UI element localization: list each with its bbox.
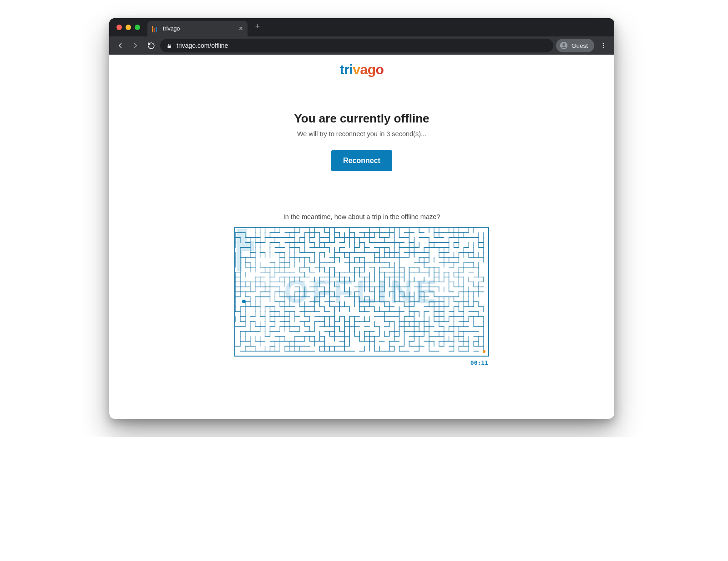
tab-title: trivago [163, 26, 235, 32]
maze-start-marker [242, 300, 246, 303]
meanwhile-text: In the meantime, how about a trip in the… [283, 213, 440, 220]
reconnect-button[interactable]: Reconnect [331, 150, 392, 171]
profile-label: Guest [571, 42, 588, 49]
forward-button[interactable] [129, 39, 142, 52]
svg-point-2 [603, 43, 604, 44]
offline-maze[interactable]: OFFLINE [234, 227, 489, 357]
close-window-button[interactable] [116, 25, 122, 30]
browser-toolbar: trivago.com/offline Guest [109, 36, 614, 55]
maze-timer: 00:11 [234, 359, 489, 366]
offline-content: You are currently offline We will try to… [109, 84, 614, 384]
page-content: trivago You are currently offline We wil… [109, 55, 614, 419]
maze-container: OFFLINE 00:11 [234, 227, 489, 366]
browser-chrome: trivago × + trivago.com/offline [109, 18, 614, 55]
maximize-window-button[interactable] [135, 25, 140, 30]
svg-point-4 [603, 47, 604, 48]
lock-icon [167, 43, 172, 48]
address-bar[interactable]: trivago.com/offline [160, 39, 553, 52]
minimize-window-button[interactable] [126, 25, 131, 30]
maze-end-marker [483, 350, 485, 353]
new-tab-button[interactable]: + [251, 20, 264, 33]
offline-heading: You are currently offline [294, 112, 429, 126]
brand-header: trivago [109, 55, 614, 84]
tab-strip: trivago × + [109, 18, 614, 36]
svg-point-1 [562, 43, 565, 46]
close-tab-button[interactable]: × [239, 25, 243, 32]
maze-grid [235, 228, 488, 356]
browser-menu-button[interactable] [597, 39, 610, 52]
svg-point-3 [603, 45, 604, 46]
window-controls [115, 18, 144, 36]
offline-subtext: We will try to reconnect you in 3 second… [297, 130, 426, 138]
browser-window: trivago × + trivago.com/offline [109, 18, 614, 419]
browser-tab[interactable]: trivago × [147, 21, 248, 36]
avatar-icon [560, 41, 568, 50]
trivago-logo: trivago [340, 62, 384, 77]
tab-favicon [152, 25, 159, 32]
back-button[interactable] [114, 39, 126, 52]
profile-button[interactable]: Guest [556, 39, 594, 52]
reload-button[interactable] [145, 39, 157, 52]
url-text: trivago.com/offline [177, 42, 228, 49]
